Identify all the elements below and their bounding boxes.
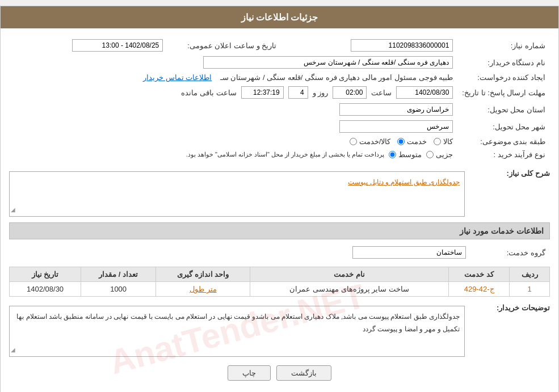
footer-buttons: بازگشت چاپ [9,365,550,389]
main-form-table: شماره نیاز: تاریخ و ساعت اعلان عمومی: نا… [9,37,550,161]
service-code-cell: ج-42-429 [448,282,509,297]
need-description-label: شرح کلی نیاز: [506,169,550,178]
category-service-radio[interactable] [397,138,405,145]
service-group-input[interactable] [352,246,466,259]
purchase-type-note: پرداخت تمام یا بخشی از مبلغ خریدار از مح… [186,151,385,158]
category-kala-label: کالا [443,137,453,146]
need-description-section: شرح کلی نیاز: جدولگذاری طبق استهلام و دت… [9,167,550,217]
service-group-table: گروه خدمت: [9,244,550,261]
row-num-cell: 1 [510,282,550,297]
buyer-description-text: جدولگذاری طبق استعلام پیوست می باشد, ملا… [16,313,460,333]
city-label: شهر محل تحویل: [457,118,550,135]
services-section: ردیف کد خدمت نام خدمت واحد اندازه گیری ت… [9,267,550,297]
city-input[interactable] [339,120,453,133]
category-both-label: کالا/خدمت [359,137,391,146]
service-name-value: ساخت سایر پروژه‌های مهندسی عمران [289,285,409,293]
buyer-org-input[interactable] [203,56,453,69]
col-need-date: تاریخ نیاز [10,267,81,282]
buyer-org-value [9,54,457,71]
category-label: طبقه بندی موضوعی: [457,135,550,148]
need-date-cell: 1402/08/30 [10,282,81,297]
col-service-name: نام خدمت [250,267,449,282]
province-value [9,101,457,118]
remaining-label: ساعت باقی مانده [181,88,236,97]
creator-label: ایجاد کننده درخواست: [457,71,550,84]
need-date-value: 1402/08/30 [27,285,64,293]
unit-value: متر طول [190,285,217,293]
days-label: روز و [313,88,329,97]
city-value [9,118,457,135]
purchase-type-label: نوع فرآیند خرید : [457,148,550,161]
category-radio-group: کالا خدمت کالا/خدمت [9,135,457,148]
buyer-org-label: نام دستگاه خریدار: [457,54,550,71]
need-description-box: جدولگذاری طبق استهلام و دتایل پیوست ◢ [9,171,465,217]
services-section-header: اطلاعات خدمات مورد نیاز [9,222,550,239]
col-row-num: ردیف [510,267,550,282]
purchase-medium-radio[interactable] [389,151,396,158]
need-number-label: شماره نیاز: [457,37,550,54]
resize-handle-2: ◢ [11,345,15,355]
table-row: 1 ج-42-429 ساخت سایر پروژه‌های مهندسی عم… [10,282,550,297]
need-description-text: جدولگذاری طبق استهلام و دتایل پیوست [348,178,460,186]
resize-handle: ◢ [11,205,15,215]
col-quantity: تعداد / مقدار [81,267,156,282]
province-input[interactable] [339,103,453,116]
services-data-table: ردیف کد خدمت نام خدمت واحد اندازه گیری ت… [9,267,550,297]
province-label: استان محل تحویل: [457,101,550,118]
response-days-input[interactable] [288,86,308,99]
buyer-description-box: جدولگذاری طبق استعلام پیوست می باشد, ملا… [9,306,465,357]
print-button[interactable]: چاپ [228,365,271,381]
buyer-description-section: توضیحات خریدار: جدولگذاری طبق استعلام پی… [9,301,550,357]
purchase-partial-radio[interactable] [426,151,434,158]
response-date-input[interactable] [396,86,453,99]
response-deadline-row: ساعت روز و ساعت باقی مانده [9,84,457,101]
creator-text: طبیه فوجی مسئول امور مالی دهیاری فره سنگ… [220,73,453,82]
header-title: جزئیات اطلاعات نیاز [241,12,318,22]
buyer-description-label: توضیحات خریدار: [497,304,550,312]
response-deadline-label: مهلت ارسال پاسخ: تا تاریخ: [457,84,550,101]
service-code-value: ج-42-429 [464,285,494,293]
quantity-value: 1000 [110,285,127,293]
row-num-value: 1 [528,285,532,293]
response-remaining-input[interactable] [241,86,284,99]
creator-value: طبیه فوجی مسئول امور مالی دهیاری فره سنگ… [9,71,457,84]
back-button[interactable]: بازگشت [276,365,331,381]
category-kala-radio[interactable] [434,138,441,145]
announce-datetime-value [9,37,167,54]
announce-datetime-label: تاریخ و ساعت اعلان عمومی: [167,37,281,54]
announce-datetime-input[interactable] [72,39,163,52]
service-group-label: گروه خدمت: [470,244,550,261]
purchase-type-row: جزیی متوسط پرداخت تمام یا بخشی از مبلغ خ… [9,148,457,161]
col-service-code: کد خدمت [448,267,509,282]
col-unit: واحد اندازه گیری [156,267,250,282]
need-number-input[interactable] [351,39,453,52]
purchase-partial-label: جزیی [436,150,453,159]
response-time-input[interactable] [333,86,367,99]
need-number-value [281,37,457,54]
category-both-radio[interactable] [350,138,357,145]
time-label: ساعت [371,88,392,97]
unit-cell: متر طول [156,282,250,297]
quantity-cell: 1000 [81,282,156,297]
service-name-cell: ساخت سایر پروژه‌های مهندسی عمران [250,282,449,297]
service-group-value [9,244,470,261]
contact-link[interactable]: اطلاعات تماس خریدار [143,73,212,82]
purchase-medium-label: متوسط [398,150,422,159]
page-header: جزئیات اطلاعات نیاز [1,6,558,28]
category-service-label: خدمت [407,137,427,146]
